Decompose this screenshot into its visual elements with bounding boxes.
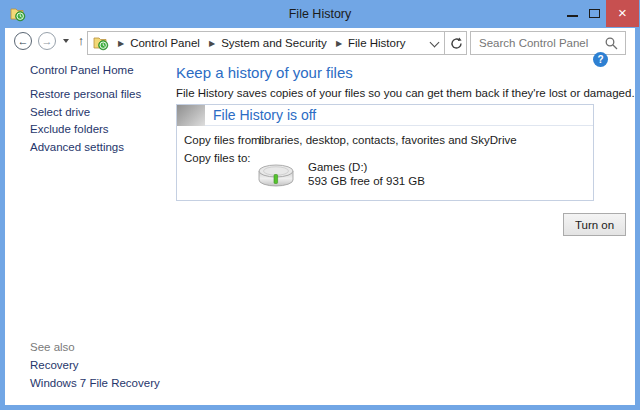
copy-from-label: Copy files from: bbox=[184, 134, 264, 146]
file-history-icon bbox=[93, 35, 109, 51]
copy-from-value: libraries, desktop, contacts, favorites … bbox=[259, 134, 517, 146]
breadcrumb: ▶Control Panel ▶System and Security ▶Fil… bbox=[112, 32, 424, 54]
status-box-header: File History is off bbox=[177, 105, 593, 126]
file-history-status-box: File History is off Copy files from: lib… bbox=[176, 104, 594, 201]
breadcrumb-separator-icon: ▶ bbox=[336, 33, 342, 54]
turn-on-button[interactable]: Turn on bbox=[563, 213, 626, 236]
refresh-button[interactable] bbox=[444, 31, 467, 55]
window-title: File History bbox=[0, 0, 640, 28]
breadcrumb-file-history[interactable]: File History bbox=[348, 37, 406, 49]
breadcrumb-separator-icon: ▶ bbox=[209, 33, 215, 54]
refresh-icon bbox=[449, 36, 464, 51]
sidebar-item-restore-personal-files[interactable]: Restore personal files bbox=[30, 88, 141, 100]
breadcrumb-system-and-security[interactable]: System and Security bbox=[221, 37, 326, 49]
see-also-label: See also bbox=[30, 341, 75, 353]
back-button[interactable]: ← bbox=[14, 32, 32, 50]
navigation-bar: ← → ↑ ▶Control Panel ▶System and Securit… bbox=[5, 28, 635, 58]
recent-pages-dropdown-icon[interactable] bbox=[63, 39, 69, 43]
file-history-window: File History × ← → ↑ ▶Control Panel ▶Sys… bbox=[0, 0, 640, 410]
sidebar-item-select-drive[interactable]: Select drive bbox=[30, 106, 90, 118]
hard-drive-icon bbox=[256, 161, 296, 191]
status-chip bbox=[177, 105, 205, 126]
address-bar[interactable]: ▶Control Panel ▶System and Security ▶Fil… bbox=[87, 31, 445, 55]
breadcrumb-separator-icon: ▶ bbox=[118, 33, 124, 54]
page-title: Keep a history of your files bbox=[176, 64, 353, 81]
address-dropdown-icon[interactable] bbox=[430, 38, 440, 48]
forward-button[interactable]: → bbox=[38, 32, 56, 50]
titlebar[interactable]: File History × bbox=[0, 0, 640, 28]
help-icon[interactable]: ? bbox=[593, 52, 608, 67]
sidebar-item-windows7-file-recovery[interactable]: Windows 7 File Recovery bbox=[30, 377, 160, 389]
search-icon bbox=[605, 37, 618, 50]
minimize-icon bbox=[567, 15, 578, 17]
minimize-button[interactable] bbox=[562, 0, 584, 28]
maximize-icon bbox=[589, 9, 600, 18]
drive-name: Games (D:) bbox=[308, 161, 367, 173]
drive-free-space: 593 GB free of 931 GB bbox=[308, 175, 425, 187]
status-title: File History is off bbox=[213, 105, 316, 126]
maximize-button[interactable] bbox=[584, 0, 606, 28]
client-area: ← → ↑ ▶Control Panel ▶System and Securit… bbox=[5, 28, 635, 405]
sidebar-item-recovery[interactable]: Recovery bbox=[30, 359, 79, 371]
search-input[interactable] bbox=[471, 32, 625, 54]
breadcrumb-control-panel[interactable]: Control Panel bbox=[130, 37, 200, 49]
page-description: File History saves copies of your files … bbox=[176, 87, 635, 99]
sidebar-item-exclude-folders[interactable]: Exclude folders bbox=[30, 123, 109, 135]
close-button[interactable]: × bbox=[606, 0, 639, 27]
sidebar-item-advanced-settings[interactable]: Advanced settings bbox=[30, 141, 124, 153]
copy-to-label: Copy files to: bbox=[184, 152, 250, 164]
sidebar-item-control-panel-home[interactable]: Control Panel Home bbox=[30, 64, 134, 76]
